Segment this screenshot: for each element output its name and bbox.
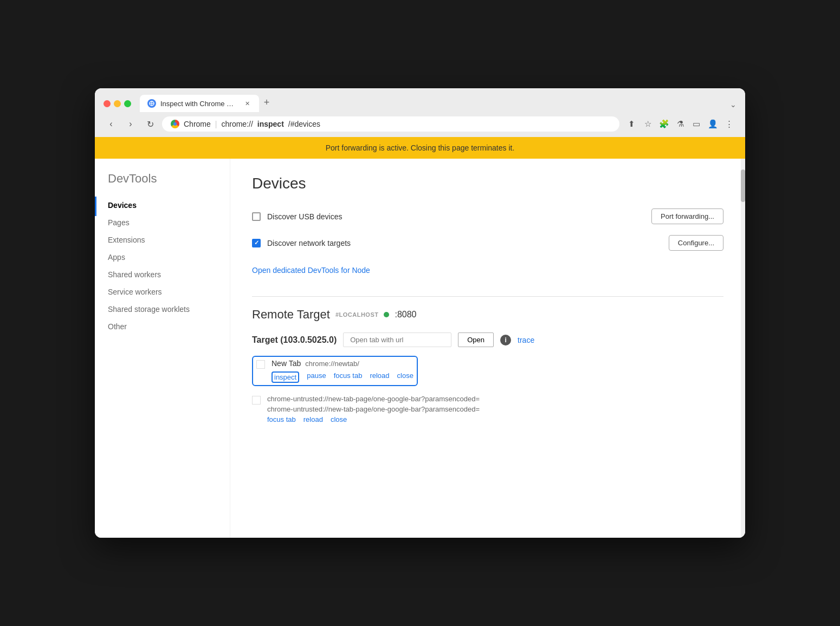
extension-icon[interactable]: 🧩 bbox=[656, 116, 671, 132]
address-field[interactable]: Chrome | chrome://inspect/#devices bbox=[162, 116, 619, 132]
tab-favicon bbox=[147, 99, 156, 108]
configure-button[interactable]: Configure... bbox=[669, 235, 723, 251]
discover-usb-checkbox[interactable] bbox=[252, 212, 261, 221]
tab-url-1: chrome://newtab/ bbox=[305, 360, 359, 368]
sidebar-active-indicator bbox=[95, 197, 96, 216]
tab-url-2b: chrome-untrusted://new-tab-page/one-goog… bbox=[267, 405, 480, 413]
tab-name-1: New Tab bbox=[272, 359, 301, 368]
focus-tab-link-1[interactable]: focus tab bbox=[334, 371, 363, 383]
tab-overflow-chevron[interactable]: ⌄ bbox=[730, 100, 736, 109]
close-button[interactable] bbox=[104, 100, 111, 107]
tab-favicon-2 bbox=[252, 396, 261, 405]
scrollbar-track[interactable] bbox=[741, 159, 745, 538]
host-label: #LOCALHOST bbox=[335, 311, 379, 318]
tab-info-2: chrome-untrusted://new-tab-page/one-goog… bbox=[267, 395, 480, 423]
close-link-1[interactable]: close bbox=[397, 371, 413, 383]
inspect-link-1[interactable]: inspect bbox=[272, 371, 299, 383]
discover-network-label: Discover network targets bbox=[267, 239, 662, 247]
remote-target-header: Remote Target #LOCALHOST :8080 bbox=[252, 308, 723, 322]
address-separator: | bbox=[215, 120, 217, 128]
tab-title: Inspect with Chrome Develop... bbox=[160, 100, 238, 108]
site-name: Chrome bbox=[184, 120, 211, 128]
notification-bar: Port forwarding is active. Closing this … bbox=[95, 137, 745, 159]
page-title: Devices bbox=[252, 175, 723, 192]
back-button[interactable]: ‹ bbox=[104, 116, 119, 132]
devtools-node-link[interactable]: Open dedicated DevTools for Node bbox=[252, 266, 370, 275]
target-header-row: Target (103.0.5025.0) Open i trace bbox=[252, 332, 723, 347]
active-tab[interactable]: Inspect with Chrome Develop... ✕ bbox=[140, 95, 259, 112]
tab-info-1: New Tab chrome://newtab/ inspect pause f… bbox=[272, 359, 413, 383]
reload-link-2[interactable]: reload bbox=[303, 415, 323, 423]
sidebar-item-service-workers[interactable]: Service workers bbox=[95, 283, 230, 301]
sidebar-item-shared-workers[interactable]: Shared workers bbox=[95, 266, 230, 283]
remote-target-title: Remote Target bbox=[252, 308, 330, 322]
target-name: Target (103.0.5025.0) bbox=[252, 335, 337, 345]
address-bar: ‹ › ↻ Chrome | chrome://inspect/#devices… bbox=[95, 112, 745, 137]
sidebar-item-pages[interactable]: Pages bbox=[95, 214, 230, 231]
port-forwarding-button[interactable]: Port forwarding... bbox=[651, 208, 723, 224]
sidebar-item-extensions[interactable]: Extensions bbox=[95, 231, 230, 249]
tab-item-1: New Tab chrome://newtab/ inspect pause f… bbox=[252, 356, 418, 386]
forward-button[interactable]: › bbox=[123, 116, 138, 132]
url-prefix: chrome:// bbox=[221, 120, 253, 128]
toolbar-icons: ⬆ ☆ 🧩 ⚗ ▭ 👤 ⋮ bbox=[624, 116, 736, 132]
traffic-lights bbox=[104, 100, 131, 107]
profile-icon[interactable]: 👤 bbox=[705, 116, 720, 132]
bookmark-icon[interactable]: ☆ bbox=[640, 116, 655, 132]
discover-usb-row: Discover USB devices Port forwarding... bbox=[252, 208, 723, 224]
devtools-title: DevTools bbox=[95, 172, 230, 197]
scrollbar-thumb[interactable] bbox=[741, 169, 745, 202]
tab-close-button[interactable]: ✕ bbox=[243, 99, 251, 108]
chrome-icon bbox=[171, 120, 179, 128]
url-suffix: /#devices bbox=[288, 120, 320, 128]
discover-network-row: Discover network targets Configure... bbox=[252, 235, 723, 251]
focus-tab-link-2[interactable]: focus tab bbox=[267, 415, 296, 423]
main-content: DevTools Devices Pages Extensions Apps S… bbox=[95, 159, 745, 538]
sidebar: DevTools Devices Pages Extensions Apps S… bbox=[95, 159, 230, 538]
tab-item-2: chrome-untrusted://new-tab-page/one-goog… bbox=[252, 395, 723, 423]
trace-link[interactable]: trace bbox=[518, 336, 534, 344]
pause-link-1[interactable]: pause bbox=[307, 371, 326, 383]
browser-window: Inspect with Chrome Develop... ✕ + ⌄ ‹ ›… bbox=[95, 88, 745, 538]
new-tab-button[interactable]: + bbox=[259, 95, 274, 110]
open-button[interactable]: Open bbox=[458, 332, 494, 347]
info-icon[interactable]: i bbox=[500, 335, 511, 345]
open-tab-input[interactable] bbox=[343, 332, 451, 347]
tab-favicon-1 bbox=[256, 360, 265, 369]
sidebar-item-other[interactable]: Other bbox=[95, 318, 230, 335]
tab-actions-2: focus tab reload close bbox=[267, 415, 480, 423]
reload-link-1[interactable]: reload bbox=[370, 371, 389, 383]
discover-network-checkbox[interactable] bbox=[252, 239, 261, 247]
share-icon[interactable]: ⬆ bbox=[624, 116, 639, 132]
title-bar: Inspect with Chrome Develop... ✕ + ⌄ bbox=[95, 88, 745, 112]
url-bold: inspect bbox=[257, 120, 284, 128]
tab-bar: Inspect with Chrome Develop... ✕ + ⌄ bbox=[140, 95, 736, 112]
split-screen-icon[interactable]: ▭ bbox=[689, 116, 704, 132]
sidebar-item-shared-storage-worklets[interactable]: Shared storage worklets bbox=[95, 301, 230, 318]
more-options-icon[interactable]: ⋮ bbox=[721, 116, 736, 132]
status-dot bbox=[384, 312, 389, 317]
content-area: Devices Discover USB devices Port forwar… bbox=[230, 159, 745, 538]
notification-text: Port forwarding is active. Closing this … bbox=[326, 144, 515, 152]
close-link-2[interactable]: close bbox=[331, 415, 347, 423]
maximize-button[interactable] bbox=[124, 100, 131, 107]
sidebar-item-apps[interactable]: Apps bbox=[95, 249, 230, 266]
minimize-button[interactable] bbox=[114, 100, 121, 107]
tab-actions-1: inspect pause focus tab reload close bbox=[272, 371, 413, 383]
tab-url-2: chrome-untrusted://new-tab-page/one-goog… bbox=[267, 395, 480, 403]
discover-usb-label: Discover USB devices bbox=[267, 212, 645, 221]
section-divider bbox=[252, 296, 723, 297]
refresh-button[interactable]: ↻ bbox=[143, 116, 158, 132]
sidebar-item-devices[interactable]: Devices bbox=[95, 197, 230, 214]
flask-icon[interactable]: ⚗ bbox=[673, 116, 688, 132]
port-label: :8080 bbox=[395, 310, 416, 319]
